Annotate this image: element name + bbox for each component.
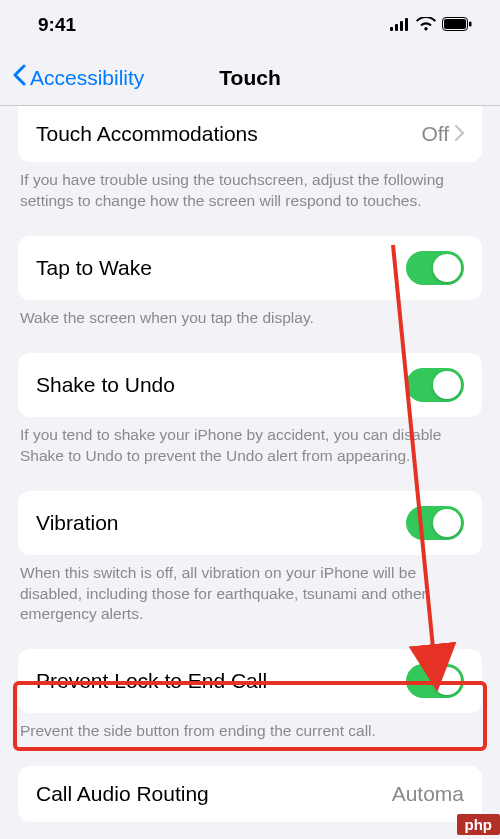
svg-rect-6 xyxy=(469,22,472,27)
cell-label: Touch Accommodations xyxy=(36,122,421,146)
group-footer: Wake the screen when you tap the display… xyxy=(0,300,500,329)
group-footer: If you have trouble using the touchscree… xyxy=(0,162,500,212)
watermark: php xyxy=(457,814,501,835)
group-footer: When this switch is off, all vibration o… xyxy=(0,555,500,626)
svg-rect-2 xyxy=(400,21,403,31)
content: Touch Accommodations Off If you have tro… xyxy=(0,106,500,822)
shake-to-undo-toggle[interactable] xyxy=(406,368,464,402)
svg-rect-5 xyxy=(444,19,466,29)
group-footer: If you tend to shake your iPhone by acci… xyxy=(0,417,500,467)
vibration-cell: Vibration xyxy=(18,491,482,555)
svg-rect-1 xyxy=(395,24,398,31)
touch-accommodations-cell[interactable]: Touch Accommodations Off xyxy=(18,106,482,162)
cell-value: Automa xyxy=(392,782,464,806)
cell-value: Off xyxy=(421,122,449,146)
nav-bar: Accessibility Touch xyxy=(0,50,500,106)
status-time: 9:41 xyxy=(38,14,76,36)
vibration-toggle[interactable] xyxy=(406,506,464,540)
chevron-right-icon xyxy=(455,123,464,146)
cell-label: Prevent Lock to End Call xyxy=(36,669,406,693)
cell-label: Vibration xyxy=(36,511,406,535)
group-footer: Prevent the side button from ending the … xyxy=(0,713,500,742)
svg-rect-0 xyxy=(390,27,393,31)
call-audio-routing-cell[interactable]: Call Audio Routing Automa xyxy=(18,766,482,822)
cell-label: Shake to Undo xyxy=(36,373,406,397)
battery-icon xyxy=(442,14,472,36)
status-icons xyxy=(390,14,472,36)
shake-to-undo-cell: Shake to Undo xyxy=(18,353,482,417)
cell-label: Tap to Wake xyxy=(36,256,406,280)
chevron-left-icon xyxy=(12,64,26,91)
tap-to-wake-cell: Tap to Wake xyxy=(18,236,482,300)
svg-rect-3 xyxy=(405,18,408,31)
cell-label: Call Audio Routing xyxy=(36,782,392,806)
status-bar: 9:41 xyxy=(0,0,500,50)
tap-to-wake-toggle[interactable] xyxy=(406,251,464,285)
back-label: Accessibility xyxy=(30,66,144,90)
prevent-lock-toggle[interactable] xyxy=(406,664,464,698)
cellular-icon xyxy=(390,14,410,36)
prevent-lock-cell: Prevent Lock to End Call xyxy=(18,649,482,713)
wifi-icon xyxy=(416,14,436,36)
back-button[interactable]: Accessibility xyxy=(12,64,144,91)
